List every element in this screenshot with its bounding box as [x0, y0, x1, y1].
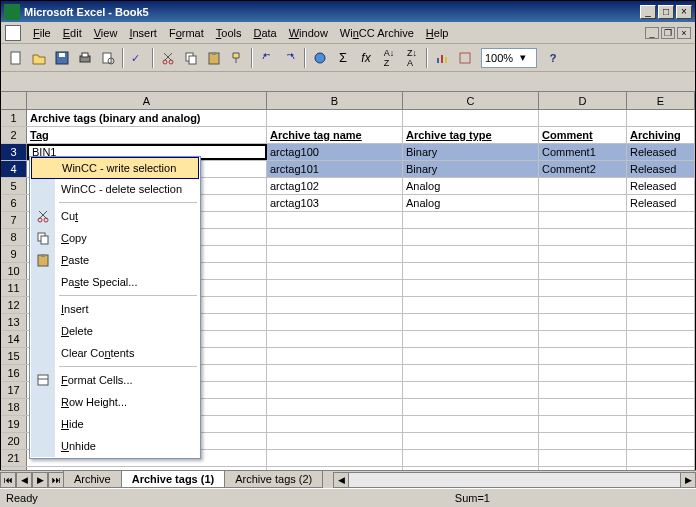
cell-D2[interactable]: Comment	[539, 127, 627, 143]
row-header-17[interactable]: 17	[1, 382, 27, 398]
cell-D3[interactable]: Comment1	[539, 144, 627, 160]
cell-B4[interactable]: arctag101	[267, 161, 403, 177]
row-header-13[interactable]: 13	[1, 314, 27, 330]
sheet-tab-archive[interactable]: Archive	[63, 471, 122, 488]
col-header-B[interactable]: B	[267, 92, 403, 109]
cell-D1[interactable]	[539, 110, 627, 126]
cell-D14[interactable]	[539, 331, 627, 347]
paste-icon[interactable]	[203, 47, 225, 69]
cell-B15[interactable]	[267, 348, 403, 364]
open-icon[interactable]	[28, 47, 50, 69]
cell-B14[interactable]	[267, 331, 403, 347]
select-all-corner[interactable]	[1, 92, 27, 109]
col-header-D[interactable]: D	[539, 92, 627, 109]
cell-C9[interactable]	[403, 246, 539, 262]
cell-B9[interactable]	[267, 246, 403, 262]
row-header-10[interactable]: 10	[1, 263, 27, 279]
print-icon[interactable]	[74, 47, 96, 69]
cell-B5[interactable]: arctag102	[267, 178, 403, 194]
redo-icon[interactable]	[279, 47, 301, 69]
menu-tools[interactable]: Tools	[210, 24, 248, 42]
cut-icon[interactable]	[157, 47, 179, 69]
print-preview-icon[interactable]	[97, 47, 119, 69]
cell-C17[interactable]	[403, 382, 539, 398]
cell-E15[interactable]	[627, 348, 695, 364]
cell-B6[interactable]: arctag103	[267, 195, 403, 211]
close-button[interactable]: ×	[676, 5, 692, 19]
menu-wincc-archive[interactable]: WinCC Archive	[334, 24, 420, 42]
cell-E20[interactable]	[627, 433, 695, 449]
tab-nav-prev[interactable]: ◀	[16, 472, 32, 488]
ctx-wincc-delete-selection[interactable]: WinCC - delete selection	[31, 178, 199, 200]
cell-C11[interactable]	[403, 280, 539, 296]
row-header-8[interactable]: 8	[1, 229, 27, 245]
undo-icon[interactable]	[256, 47, 278, 69]
cell-E8[interactable]	[627, 229, 695, 245]
cell-D6[interactable]	[539, 195, 627, 211]
row-header-21[interactable]: 21	[1, 450, 27, 466]
tab-nav-first[interactable]: ⏮	[0, 472, 16, 488]
cell-C16[interactable]	[403, 365, 539, 381]
cell-E5[interactable]: Released	[627, 178, 695, 194]
cell-D21[interactable]	[539, 450, 627, 466]
row-header-12[interactable]: 12	[1, 297, 27, 313]
row-header-15[interactable]: 15	[1, 348, 27, 364]
cell-E17[interactable]	[627, 382, 695, 398]
zoom-dropdown-icon[interactable]: ▾	[513, 51, 533, 64]
ctx-insert[interactable]: Insert	[31, 298, 199, 320]
cell-B16[interactable]	[267, 365, 403, 381]
menu-format[interactable]: Format	[163, 24, 210, 42]
drawing-icon[interactable]	[454, 47, 476, 69]
ctx-copy[interactable]: Copy	[31, 227, 199, 249]
ctx-cut[interactable]: Cut	[31, 205, 199, 227]
cell-B13[interactable]	[267, 314, 403, 330]
cell-C15[interactable]	[403, 348, 539, 364]
ctx-unhide[interactable]: Unhide	[31, 435, 199, 457]
mdi-close-button[interactable]: ×	[677, 27, 691, 39]
col-header-C[interactable]: C	[403, 92, 539, 109]
cell-B17[interactable]	[267, 382, 403, 398]
hscroll-right[interactable]: ▶	[680, 472, 696, 488]
cell-B1[interactable]	[267, 110, 403, 126]
cell-E7[interactable]	[627, 212, 695, 228]
cell-E10[interactable]	[627, 263, 695, 279]
ctx-paste-special[interactable]: Paste Special...	[31, 271, 199, 293]
row-header-4[interactable]: 4	[1, 161, 27, 177]
new-icon[interactable]	[5, 47, 27, 69]
cell-E4[interactable]: Released	[627, 161, 695, 177]
cell-C19[interactable]	[403, 416, 539, 432]
row-header-1[interactable]: 1	[1, 110, 27, 126]
cell-C5[interactable]: Analog	[403, 178, 539, 194]
menu-file[interactable]: File	[27, 24, 57, 42]
cell-D4[interactable]: Comment2	[539, 161, 627, 177]
cell-E14[interactable]	[627, 331, 695, 347]
autosum-icon[interactable]: Σ	[332, 47, 354, 69]
cell-D16[interactable]	[539, 365, 627, 381]
cell-E12[interactable]	[627, 297, 695, 313]
mdi-minimize-button[interactable]: _	[645, 27, 659, 39]
cell-E9[interactable]	[627, 246, 695, 262]
menu-view[interactable]: View	[88, 24, 124, 42]
cell-A1[interactable]: Archive tags (binary and analog)	[27, 110, 267, 126]
cell-D10[interactable]	[539, 263, 627, 279]
copy-icon[interactable]	[180, 47, 202, 69]
cell-E21[interactable]	[627, 450, 695, 466]
cell-B12[interactable]	[267, 297, 403, 313]
cell-B18[interactable]	[267, 399, 403, 415]
cell-D19[interactable]	[539, 416, 627, 432]
sheet-tab-archive-tags-2[interactable]: Archive tags (2)	[224, 471, 323, 488]
row-header-2[interactable]: 2	[1, 127, 27, 143]
cell-D5[interactable]	[539, 178, 627, 194]
chart-icon[interactable]	[431, 47, 453, 69]
cell-C12[interactable]	[403, 297, 539, 313]
cell-E1[interactable]	[627, 110, 695, 126]
cell-B20[interactable]	[267, 433, 403, 449]
cell-E13[interactable]	[627, 314, 695, 330]
cell-C4[interactable]: Binary	[403, 161, 539, 177]
cell-E19[interactable]	[627, 416, 695, 432]
function-icon[interactable]: fx	[355, 47, 377, 69]
cell-E11[interactable]	[627, 280, 695, 296]
format-painter-icon[interactable]	[226, 47, 248, 69]
cell-B21[interactable]	[267, 450, 403, 466]
cell-B8[interactable]	[267, 229, 403, 245]
